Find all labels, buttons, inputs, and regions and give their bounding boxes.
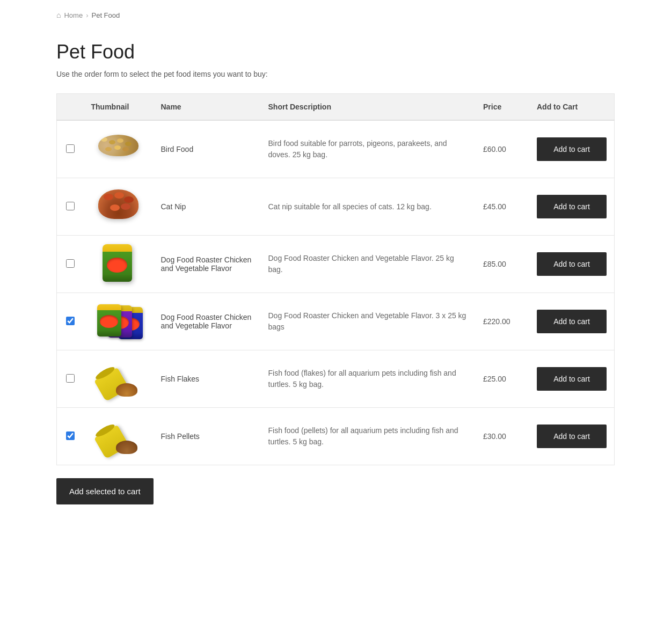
product-desc-cell-fish-pellets: Fish food (pellets) for all aquarium pet… [261,408,476,465]
product-price-cell-fish-pellets: £30.00 [476,408,529,465]
thumbnail-cat-nip [97,188,140,225]
add-to-cart-cell-fish-pellets: Add to cart [529,408,615,465]
product-name-cell-fish-flakes: Fish Flakes [154,350,261,408]
page-subtitle: Use the order form to select the pet foo… [56,70,615,78]
row-check-cell-fish-pellets [57,408,84,465]
add-to-cart-cell-bird-food: Add to cart [529,120,615,178]
product-desc-fish-flakes: Fish food (flakes) for all aquarium pets… [268,369,456,389]
product-price-cell-fish-flakes: £25.00 [476,350,529,408]
thumbnail-cell-dog-food-3x [84,293,154,350]
col-header-add-to-cart: Add to Cart [529,94,615,121]
product-name-cell-cat-nip: Cat Nip [154,178,261,236]
fishpellets-thumb-image [98,419,138,454]
product-desc-cat-nip: Cat nip suitable for all species of cats… [268,202,432,211]
add-selected-to-cart-button[interactable]: Add selected to cart [56,478,154,504]
product-name-fish-flakes: Fish Flakes [161,375,200,383]
breadcrumb-separator: › [86,11,88,19]
product-name-cell-fish-pellets: Fish Pellets [154,408,261,465]
col-header-price: Price [476,94,529,121]
table-header-row: Thumbnail Name Short Description Price A… [57,94,615,121]
row-check-cell-dog-food-3x [57,293,84,350]
product-desc-cell-bird-food: Bird food suitable for parrots, pigeons,… [261,120,476,178]
row-check-cell-bird-food [57,120,84,178]
row-check-cell-cat-nip [57,178,84,236]
add-to-cart-button-dog-food-single[interactable]: Add to cart [537,252,607,276]
product-name-dog-food-single: Dog Food Roaster Chicken and Vegetable F… [161,255,252,273]
product-desc-cell-cat-nip: Cat nip suitable for all species of cats… [261,178,476,236]
dogfood-3x-thumb-image [97,304,140,339]
add-to-cart-cell-dog-food-3x: Add to cart [529,293,615,350]
product-price-dog-food-single: £85.00 [483,260,506,268]
product-table: Thumbnail Name Short Description Price A… [56,93,615,465]
product-price-cell-dog-food-3x: £220.00 [476,293,529,350]
thumbnail-cell-dog-food-single [84,236,154,293]
row-check-cell-fish-flakes [57,350,84,408]
product-desc-dog-food-3x: Dog Food Roaster Chicken and Vegetable F… [268,311,466,331]
product-price-cell-bird-food: £60.00 [476,120,529,178]
breadcrumb-home[interactable]: Home [64,11,83,19]
breadcrumb: ⌂ Home › Pet Food [56,11,615,19]
product-desc-cell-dog-food-single: Dog Food Roaster Chicken and Vegetable F… [261,236,476,293]
product-price-bird-food: £60.00 [483,145,506,153]
table-row: Cat NipCat nip suitable for all species … [57,178,615,236]
add-to-cart-cell-dog-food-single: Add to cart [529,236,615,293]
page-title: Pet Food [56,41,615,63]
col-header-check [57,94,84,121]
product-name-cell-dog-food-single: Dog Food Roaster Chicken and Vegetable F… [154,236,261,293]
product-desc-cell-dog-food-3x: Dog Food Roaster Chicken and Vegetable F… [261,293,476,350]
thumbnail-cell-fish-pellets [84,408,154,465]
add-to-cart-button-dog-food-3x[interactable]: Add to cart [537,310,607,333]
table-row: Dog Food Roaster Chicken and Vegetable F… [57,236,615,293]
product-name-dog-food-3x: Dog Food Roaster Chicken and Vegetable F… [161,313,252,330]
checkbox-fish-pellets[interactable] [66,431,75,440]
product-price-cell-dog-food-single: £85.00 [476,236,529,293]
product-name-cell-bird-food: Bird Food [154,120,261,178]
product-price-cell-cat-nip: £45.00 [476,178,529,236]
thumbnail-cell-fish-flakes [84,350,154,408]
table-row: Fish FlakesFish food (flakes) for all aq… [57,350,615,408]
thumbnail-dog-food-single [97,245,140,283]
product-desc-cell-fish-flakes: Fish food (flakes) for all aquarium pets… [261,350,476,408]
col-header-description: Short Description [261,94,476,121]
product-price-cat-nip: £45.00 [483,202,506,211]
product-price-fish-pellets: £30.00 [483,432,506,441]
add-to-cart-cell-cat-nip: Add to cart [529,178,615,236]
product-desc-dog-food-single: Dog Food Roaster Chicken and Vegetable F… [268,254,454,274]
col-header-name: Name [154,94,261,121]
thumbnail-fish-flakes [97,360,140,398]
table-row: Fish PelletsFish food (pellets) for all … [57,408,615,465]
product-desc-fish-pellets: Fish food (pellets) for all aquarium pet… [268,426,458,446]
add-to-cart-button-fish-flakes[interactable]: Add to cart [537,367,607,391]
checkbox-dog-food-single[interactable] [66,259,75,268]
product-name-cat-nip: Cat Nip [161,202,186,211]
checkbox-cat-nip[interactable] [66,202,75,210]
checkbox-fish-flakes[interactable] [66,374,75,383]
product-name-bird-food: Bird Food [161,145,194,153]
home-icon: ⌂ [56,11,61,19]
product-desc-bird-food: Bird food suitable for parrots, pigeons,… [268,139,447,159]
table-row: Bird FoodBird food suitable for parrots,… [57,120,615,178]
thumbnail-cell-bird-food [84,120,154,178]
thumbnail-dog-food-3x [97,303,140,340]
col-header-thumbnail: Thumbnail [84,94,154,121]
add-to-cart-cell-fish-flakes: Add to cart [529,350,615,408]
add-to-cart-button-fish-pellets[interactable]: Add to cart [537,425,607,448]
row-check-cell-dog-food-single [57,236,84,293]
product-name-fish-pellets: Fish Pellets [161,432,200,441]
thumbnail-fish-pellets [97,418,140,455]
checkbox-bird-food[interactable] [66,144,75,153]
breadcrumb-current: Pet Food [92,11,120,19]
checkbox-dog-food-3x[interactable] [66,317,75,325]
dogfood-single-thumb-image [103,244,135,284]
thumbnail-bird-food [97,130,140,168]
product-name-cell-dog-food-3x: Dog Food Roaster Chicken and Vegetable F… [154,293,261,350]
catnip-thumb-image [98,189,138,224]
product-price-dog-food-3x: £220.00 [483,317,510,326]
add-to-cart-button-cat-nip[interactable]: Add to cart [537,195,607,218]
bird-thumb-image [98,135,138,164]
add-to-cart-button-bird-food[interactable]: Add to cart [537,137,607,161]
thumbnail-cell-cat-nip [84,178,154,236]
product-price-fish-flakes: £25.00 [483,375,506,383]
table-row: Dog Food Roaster Chicken and Vegetable F… [57,293,615,350]
fishflakes-thumb-image [98,362,138,397]
